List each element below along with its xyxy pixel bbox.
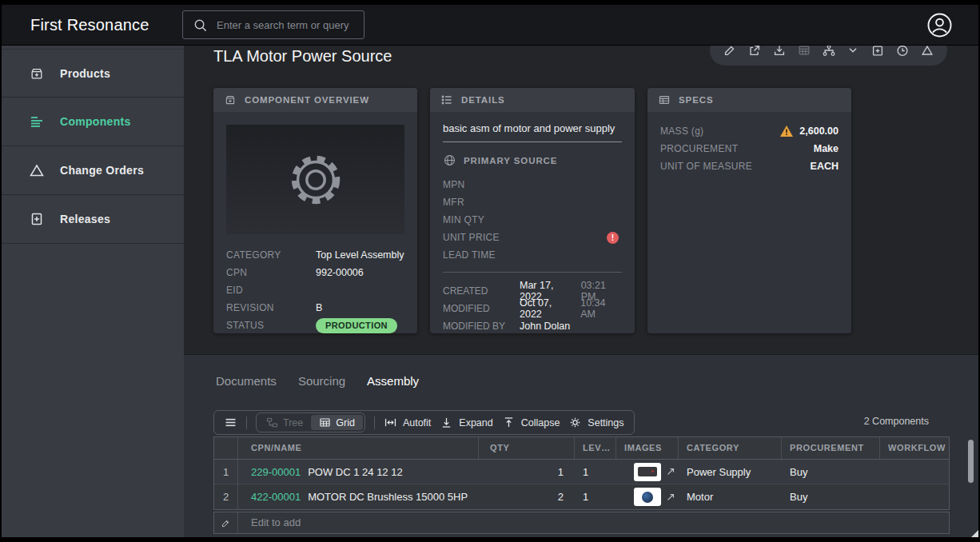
grid-view-button[interactable]: Grid [311, 415, 363, 430]
add-box-icon[interactable] [870, 46, 885, 58]
field-label: REVISION [226, 302, 316, 313]
history-icon[interactable] [895, 46, 910, 58]
import-icon[interactable] [772, 46, 787, 58]
page-title: TLA Motor Power Source [213, 47, 392, 66]
spec-label: PROCUREMENT [660, 143, 814, 154]
component-action-toolbar [710, 46, 947, 66]
change-order-icon[interactable] [920, 46, 934, 58]
spec-table-icon [658, 94, 671, 106]
category-value: Power Supply [679, 466, 782, 478]
meta-label: MODIFIED [443, 303, 520, 314]
cpn-link[interactable]: 422-00001 [251, 491, 301, 503]
row-number: 2 [214, 484, 238, 509]
export-icon[interactable] [747, 46, 762, 58]
grid-table-icon [319, 416, 331, 428]
tree-view-button[interactable]: Tree [258, 415, 311, 430]
meta-date: Oct 07, 2022 [520, 297, 576, 320]
primary-source-label: PRIMARY SOURCE [464, 156, 557, 165]
sidebar-item-label: Change Orders [60, 164, 144, 177]
assembly-panel: Documents Sourcing Assembly Tree Grid [184, 354, 978, 537]
sidebar-item-label: Components [60, 115, 131, 128]
procurement-value: Buy [782, 466, 880, 478]
column-header-category[interactable]: CATEGORY [679, 437, 782, 459]
expand-button[interactable]: Expand [440, 416, 492, 429]
expand-label: Expand [459, 417, 492, 428]
specs-card: SPECS MASS (g) 2,600.00 PROCUREMENTMake … [647, 88, 851, 333]
motor-thumbnail[interactable] [634, 488, 661, 506]
collapse-icon [502, 416, 516, 429]
autofit-icon [384, 416, 397, 429]
column-header-images[interactable]: IMAGES [616, 437, 679, 459]
sidebar-item-components[interactable]: Components [2, 98, 184, 146]
field-label: MFR [443, 197, 532, 208]
divider [443, 272, 622, 273]
table-row[interactable]: 2 422-00001MOTOR DC Brushless 15000 5HP … [214, 484, 949, 509]
collapse-button[interactable]: Collapse [502, 416, 560, 429]
field-value: 992-00006 [316, 267, 364, 278]
expand-image-icon[interactable] [666, 467, 675, 476]
view-mode-toggle: Tree Grid [256, 412, 365, 432]
sidebar-item-products[interactable]: Products [2, 49, 184, 98]
tab-assembly[interactable]: Assembly [367, 374, 419, 388]
expand-image-icon[interactable] [666, 492, 675, 502]
column-header-qty[interactable]: QTY [479, 437, 575, 459]
column-header-level[interactable]: LEV… [575, 437, 616, 459]
column-header-procurement[interactable]: PROCUREMENT [782, 437, 880, 459]
category-value: Motor [679, 491, 782, 503]
change-order-triangle-icon [29, 162, 45, 178]
card-header: COMPONENT OVERVIEW [213, 88, 417, 112]
card-title: COMPONENT OVERVIEW [245, 95, 369, 105]
field-label: CPN [226, 267, 316, 278]
workflow-icon[interactable] [822, 46, 836, 58]
qty-value: 2 [479, 491, 575, 503]
qty-value: 1 [479, 466, 575, 478]
grid-label: Grid [336, 417, 355, 428]
edit-to-add-placeholder: Edit to add [238, 512, 301, 533]
column-header-cpn-name[interactable]: CPN/NAME [238, 437, 479, 459]
warning-triangle-icon [780, 126, 793, 137]
component-count: 2 Components [864, 416, 929, 427]
sidebar-item-change-orders[interactable]: Change Orders [2, 146, 184, 195]
brand-logo: First Resonance [30, 5, 149, 46]
search-input[interactable]: Enter a search term or query [182, 10, 365, 39]
error-circle-icon: ! [607, 232, 619, 244]
table-toolbar: Tree Grid Autofit Expand [213, 410, 635, 435]
row-number: 1 [214, 460, 238, 484]
detail-tabs: Documents Sourcing Assembly [216, 374, 419, 388]
cpn-link[interactable]: 229-00001 [251, 466, 301, 478]
edit-icon[interactable] [723, 46, 737, 58]
description-field[interactable]: basic asm of motor and power supply [443, 122, 622, 142]
collapse-label: Collapse [521, 417, 560, 428]
table-row[interactable]: 1 229-00001POW DC 1 24 12 12 1 1 Power S… [214, 460, 949, 484]
meta-label: CREATED [443, 285, 520, 297]
level-value: 1 [575, 466, 616, 478]
column-header-workflow[interactable]: WORKFLOW S [880, 437, 949, 459]
autofit-button[interactable]: Autofit [384, 416, 431, 429]
grid-icon[interactable] [797, 46, 811, 58]
field-label: MPN [443, 179, 532, 190]
components-icon [29, 114, 45, 130]
settings-button[interactable]: Settings [568, 416, 623, 429]
field-label: EID [226, 285, 316, 296]
tab-sourcing[interactable]: Sourcing [298, 374, 345, 388]
hamburger-menu-icon[interactable] [224, 416, 237, 429]
scrollbar-thumb[interactable] [968, 440, 974, 483]
sidebar-item-releases[interactable]: Releases [2, 195, 184, 244]
search-placeholder: Enter a search term or query [217, 19, 349, 31]
add-component-row[interactable]: Edit to add [213, 512, 950, 534]
package-plus-icon [224, 94, 237, 106]
gear-settings-icon [568, 416, 582, 429]
meta-label: MODIFIED BY [443, 321, 520, 332]
chevron-down-icon[interactable] [846, 46, 860, 58]
part-name: POW DC 1 24 12 12 [308, 466, 403, 478]
top-header: First Resonance Enter a search term or q… [2, 5, 978, 46]
power-supply-thumbnail[interactable] [634, 463, 661, 481]
part-name: MOTOR DC Brushless 15000 5HP [308, 491, 468, 503]
tab-documents[interactable]: Documents [216, 374, 277, 388]
level-value: 1 [575, 491, 616, 503]
field-label: CATEGORY [226, 249, 316, 261]
search-icon [193, 18, 208, 33]
divider [246, 416, 247, 429]
component-image-placeholder[interactable] [226, 125, 404, 234]
user-avatar-icon[interactable] [926, 12, 953, 38]
